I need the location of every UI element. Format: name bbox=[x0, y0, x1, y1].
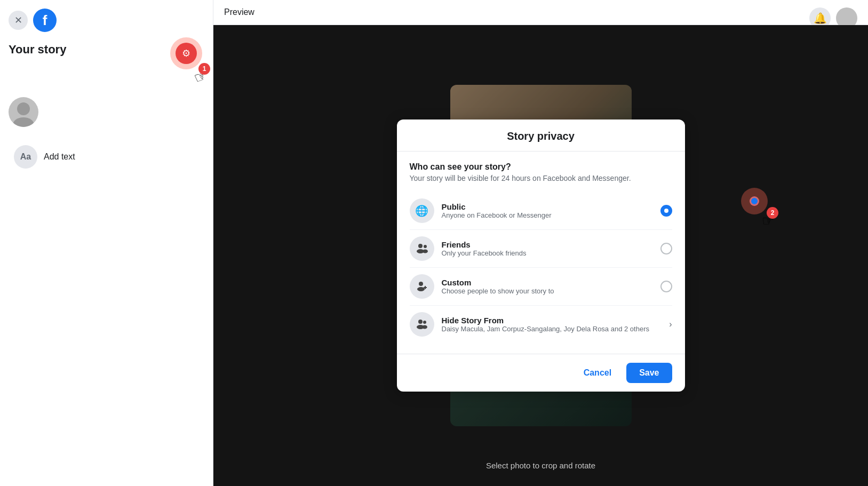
main-content: 🔔 Preview ☞ 2 Story privacy W bbox=[213, 0, 868, 486]
friends-icon bbox=[410, 236, 434, 261]
add-text-row[interactable]: Aa Add text bbox=[9, 140, 204, 174]
settings-button[interactable]: ⚙ bbox=[176, 43, 197, 64]
custom-radio[interactable] bbox=[660, 281, 672, 292]
option-hide-title: Hide Story From bbox=[442, 316, 662, 325]
public-icon: 🌐 bbox=[410, 198, 434, 223]
option-friends-title: Friends bbox=[442, 240, 653, 249]
step-badge-1: 1 bbox=[198, 63, 210, 75]
option-public[interactable]: 🌐 Public Anyone on Facebook or Messenger bbox=[410, 192, 672, 230]
facebook-logo: f bbox=[33, 9, 57, 32]
save-button[interactable]: Save bbox=[626, 363, 672, 383]
cursor-2-inner bbox=[750, 196, 759, 206]
option-friends-text: Friends Only your Facebook friends bbox=[442, 240, 653, 257]
cursor-2-highlight bbox=[741, 188, 768, 214]
preview-bar: Preview bbox=[213, 0, 868, 25]
option-custom-text: Custom Choose people to show your story … bbox=[442, 278, 653, 295]
option-custom-subtitle: Choose people to show your story to bbox=[442, 287, 653, 295]
public-radio[interactable] bbox=[660, 205, 672, 217]
svg-point-7 bbox=[417, 287, 425, 291]
preview-label: Preview bbox=[224, 7, 254, 17]
story-privacy-dialog: Story privacy Who can see your story? Yo… bbox=[397, 119, 685, 392]
svg-point-2 bbox=[418, 244, 423, 248]
option-public-subtitle: Anyone on Facebook or Messenger bbox=[442, 211, 653, 219]
avatar-row bbox=[9, 97, 204, 127]
settings-circle-highlight: ⚙ bbox=[170, 37, 202, 69]
cursor-2-container: ☞ 2 bbox=[741, 188, 768, 214]
dialog-title: Story privacy bbox=[410, 130, 672, 142]
option-public-text: Public Anyone on Facebook or Messenger bbox=[442, 202, 653, 219]
cancel-button[interactable]: Cancel bbox=[575, 363, 620, 383]
option-hide-subtitle: Daisy Macula, Jam Corpuz-Sangalang, Joy … bbox=[442, 325, 662, 333]
gear-icon: ⚙ bbox=[182, 47, 190, 59]
svg-point-13 bbox=[422, 325, 427, 329]
dialog-body: Who can see your story? Your story will … bbox=[397, 152, 685, 354]
option-friends-subtitle: Only your Facebook friends bbox=[442, 249, 653, 257]
svg-point-4 bbox=[424, 245, 427, 248]
option-hide-text: Hide Story From Daisy Macula, Jam Corpuz… bbox=[442, 316, 662, 333]
preview-area: ☞ 2 Story privacy Who can see your story… bbox=[213, 25, 868, 486]
dialog-overlay: ☞ 2 Story privacy Who can see your story… bbox=[213, 25, 868, 486]
sidebar: ✕ f Your story ⚙ ☞ 1 Aa Add text bbox=[0, 0, 213, 486]
svg-point-6 bbox=[419, 282, 423, 286]
step-badge-2: 2 bbox=[767, 207, 778, 219]
add-text-icon: Aa bbox=[14, 145, 37, 169]
friends-radio[interactable] bbox=[660, 243, 672, 254]
settings-area: ⚙ ☞ 1 bbox=[170, 37, 202, 69]
custom-icon bbox=[410, 274, 434, 299]
svg-point-5 bbox=[423, 250, 428, 253]
add-text-label: Add text bbox=[44, 152, 75, 162]
option-hide[interactable]: Hide Story From Daisy Macula, Jam Corpuz… bbox=[410, 306, 672, 343]
option-public-title: Public bbox=[442, 202, 653, 211]
svg-point-0 bbox=[17, 102, 30, 115]
hide-chevron-icon: › bbox=[669, 320, 672, 329]
close-button[interactable]: ✕ bbox=[9, 11, 28, 30]
hide-icon bbox=[410, 312, 434, 337]
option-custom[interactable]: Custom Choose people to show your story … bbox=[410, 268, 672, 306]
who-can-see-subtext: Your story will be visible for 24 hours … bbox=[410, 174, 672, 182]
svg-point-1 bbox=[13, 117, 34, 127]
close-icon: ✕ bbox=[14, 14, 22, 26]
option-friends[interactable]: Friends Only your Facebook friends bbox=[410, 230, 672, 268]
dialog-header: Story privacy bbox=[397, 119, 685, 152]
svg-point-10 bbox=[418, 320, 423, 324]
sidebar-top-bar: ✕ f bbox=[9, 9, 204, 32]
who-can-see-heading: Who can see your story? bbox=[410, 162, 672, 172]
svg-point-12 bbox=[423, 321, 426, 324]
option-custom-title: Custom bbox=[442, 278, 653, 287]
dialog-footer: Cancel Save bbox=[397, 354, 685, 392]
avatar bbox=[9, 97, 38, 127]
select-photo-text: Select photo to crop and rotate bbox=[486, 461, 595, 470]
bell-icon: 🔔 bbox=[814, 12, 827, 25]
